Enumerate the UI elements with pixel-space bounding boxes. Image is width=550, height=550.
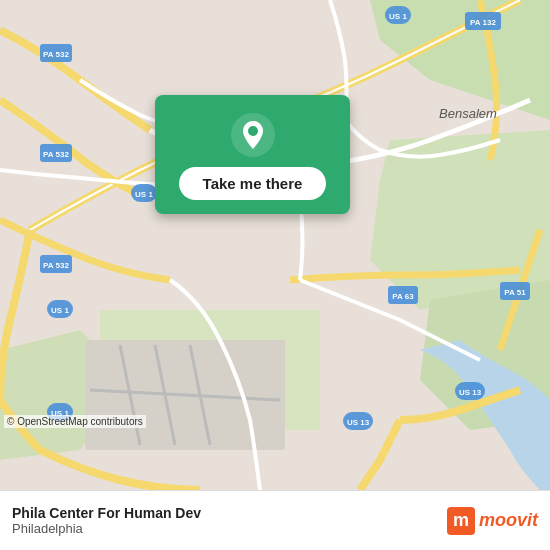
- location-pin-icon: [231, 113, 275, 157]
- svg-text:Bensalem: Bensalem: [439, 106, 497, 121]
- svg-text:US 1: US 1: [51, 306, 69, 315]
- svg-text:US 13: US 13: [347, 418, 370, 427]
- svg-text:PA 132: PA 132: [470, 18, 496, 27]
- svg-text:PA 63: PA 63: [392, 292, 414, 301]
- popup-card: Take me there: [155, 95, 350, 214]
- location-name: Phila Center For Human Dev: [12, 505, 447, 521]
- location-city: Philadelphia: [12, 521, 447, 536]
- moovit-logo: m moovit: [447, 507, 538, 535]
- svg-text:PA 51: PA 51: [504, 288, 526, 297]
- map-container: PA 532 PA 532 PA 532 US 1 US 1 US 1 US 1…: [0, 0, 550, 490]
- svg-text:PA 532: PA 532: [43, 50, 69, 59]
- svg-text:PA 532: PA 532: [43, 150, 69, 159]
- location-info: Phila Center For Human Dev Philadelphia: [12, 505, 447, 536]
- osm-attribution: © OpenStreetMap contributors: [4, 415, 146, 428]
- svg-text:US 1: US 1: [135, 190, 153, 199]
- svg-text:PA 532: PA 532: [43, 261, 69, 270]
- bottom-bar: Phila Center For Human Dev Philadelphia …: [0, 490, 550, 550]
- svg-text:US 13: US 13: [459, 388, 482, 397]
- svg-point-37: [248, 126, 258, 136]
- moovit-wordmark: moovit: [479, 510, 538, 531]
- moovit-m-icon: m: [447, 507, 475, 535]
- svg-text:US 1: US 1: [389, 12, 407, 21]
- take-me-there-button[interactable]: Take me there: [179, 167, 327, 200]
